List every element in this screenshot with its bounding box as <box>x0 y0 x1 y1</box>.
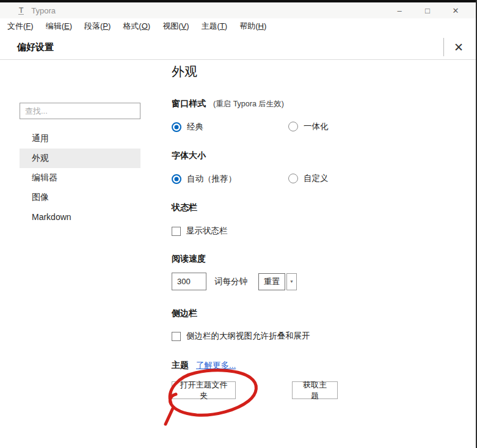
horizontal-divider <box>0 59 476 60</box>
menu-paragraph[interactable]: 段落(P) <box>78 18 117 34</box>
typora-logo-icon: T <box>18 7 24 15</box>
reading-speed-label: 阅读速度 <box>172 254 206 265</box>
window-title: Typora <box>31 6 56 15</box>
menu-theme[interactable]: 主题(T) <box>195 18 234 34</box>
sidebar-item-appearance[interactable]: 外观 <box>20 149 140 168</box>
close-window-button[interactable]: ✕ <box>442 2 470 18</box>
radio-icon <box>288 174 298 183</box>
minimize-button[interactable]: – <box>385 2 413 18</box>
header-divider-line <box>443 38 444 56</box>
radio-unibody[interactable]: 一体化 <box>288 121 329 132</box>
status-bar-option: 显示状态栏 <box>172 225 228 237</box>
learn-more-link[interactable]: 了解更多... <box>196 360 236 371</box>
radio-classic[interactable]: 经典 <box>172 122 203 133</box>
menu-format[interactable]: 格式(O) <box>117 18 156 34</box>
radio-icon <box>172 122 181 132</box>
restart-note: (重启 Typora 后生效) <box>213 100 284 108</box>
window-style-label: 窗口样式(重启 Typora 后生效) <box>172 98 284 109</box>
window-style-options: 经典 一体化 <box>172 121 459 133</box>
section-title-appearance: 外观 <box>172 63 197 80</box>
menu-file[interactable]: 文件(F) <box>1 18 40 34</box>
reset-dropdown-button[interactable]: ▼ <box>286 273 297 290</box>
checkbox-icon <box>172 227 181 236</box>
radio-custom[interactable]: 自定义 <box>288 173 329 184</box>
sidebar-item-general[interactable]: 通用 <box>20 129 140 149</box>
sidebar-section-label: 侧边栏 <box>172 308 197 319</box>
radio-icon <box>172 174 181 184</box>
page-title: 偏好设置 <box>17 42 54 53</box>
radio-icon <box>288 122 298 131</box>
menu-bar: 文件(F) 编辑(E) 段落(P) 格式(O) 视图(V) 主题(T) 帮助(H… <box>0 18 476 34</box>
reading-speed-unit: 词每分钟 <box>214 276 247 287</box>
theme-label: 主题 <box>172 360 189 371</box>
get-theme-button[interactable]: 获取主题 <box>292 381 338 399</box>
radio-auto-recommended[interactable]: 自动（推荐） <box>172 174 236 185</box>
search-input[interactable] <box>20 103 140 119</box>
close-preferences-icon[interactable]: ✕ <box>450 39 467 55</box>
reading-speed-row: 词每分钟 重置 ▼ <box>172 273 297 290</box>
sidebar-section-option: 侧边栏的大纲视图允许折叠和展开 <box>172 330 310 342</box>
preferences-header: 偏好设置 ✕ <box>0 34 476 59</box>
chevron-down-icon: ▼ <box>289 279 294 284</box>
window-controls: – □ ✕ <box>385 2 470 18</box>
menu-help[interactable]: 帮助(H) <box>233 18 272 34</box>
sidebar-item-markdown[interactable]: Markdown <box>20 207 140 227</box>
checkbox-outline-collapse[interactable]: 侧边栏的大纲视图允许折叠和展开 <box>172 331 310 342</box>
status-bar-label: 状态栏 <box>172 202 197 213</box>
checkbox-show-status-bar[interactable]: 显示状态栏 <box>172 226 228 237</box>
sidebar-item-editor[interactable]: 编辑器 <box>20 168 140 188</box>
font-size-label: 字体大小 <box>172 150 206 161</box>
typora-window: T Typora – □ ✕ 文件(F) 编辑(E) 段落(P) 格式(O) 视… <box>0 0 477 448</box>
menu-edit[interactable]: 编辑(E) <box>40 18 78 34</box>
menu-view[interactable]: 视图(V) <box>156 18 195 34</box>
open-theme-folder-button[interactable]: 打开主题文件夹 <box>172 381 236 399</box>
title-bar: T Typora – □ ✕ <box>0 2 476 18</box>
checkbox-icon <box>172 332 181 341</box>
reading-speed-input[interactable] <box>172 273 206 290</box>
reset-button[interactable]: 重置 <box>258 273 285 290</box>
font-size-options: 自动（推荐） 自定义 <box>172 173 459 185</box>
maximize-button[interactable]: □ <box>413 2 442 18</box>
theme-section: 主题 了解更多... <box>172 360 236 371</box>
sidebar-item-image[interactable]: 图像 <box>20 188 140 207</box>
